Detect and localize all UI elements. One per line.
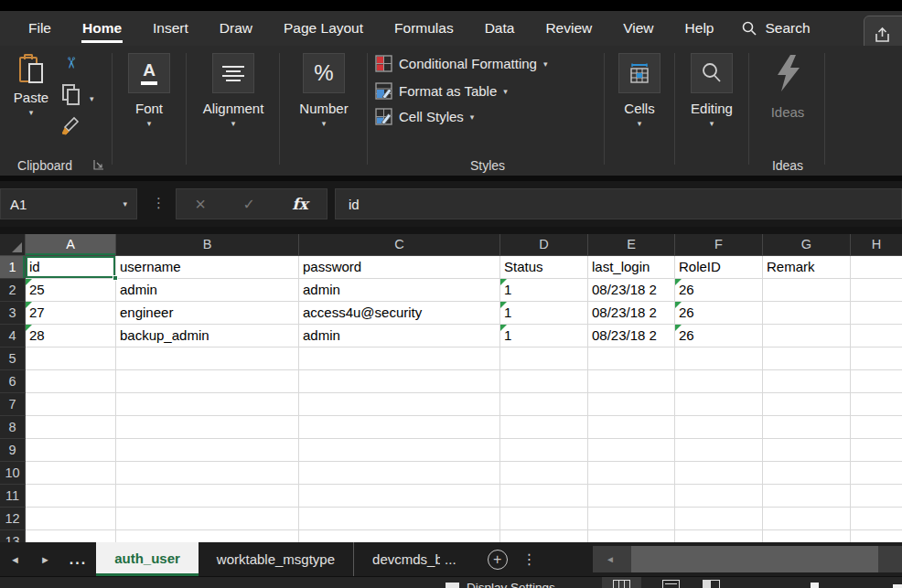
accept-icon[interactable]: ✓ (242, 196, 254, 213)
menu-tab-file[interactable]: File (13, 11, 67, 46)
cell-F13[interactable] (675, 530, 763, 542)
normal-view-button[interactable] (602, 577, 641, 588)
cell-D12[interactable] (500, 508, 588, 530)
cell-G5[interactable] (763, 347, 851, 370)
cell-B10[interactable] (116, 462, 299, 485)
cell-A11[interactable] (26, 485, 116, 508)
cell-H12[interactable] (851, 508, 902, 530)
column-header-F[interactable]: F (675, 234, 763, 256)
cell-E6[interactable] (588, 370, 675, 393)
row-header-3[interactable]: 3 (0, 302, 26, 325)
cell-E10[interactable] (588, 462, 675, 485)
cell-E9[interactable] (588, 439, 675, 462)
cell-A9[interactable] (26, 439, 116, 462)
cell-F11[interactable] (675, 485, 763, 508)
menu-tab-help[interactable]: Help (670, 11, 730, 46)
row-header-7[interactable]: 7 (0, 393, 26, 416)
cell-E1[interactable]: last_login (588, 256, 675, 279)
cell-D8[interactable] (500, 416, 588, 439)
menu-tab-insert[interactable]: Insert (137, 11, 204, 46)
cell-G13[interactable] (763, 530, 851, 542)
search-box[interactable]: Search (729, 11, 822, 46)
sheet-tab-worktable_msgtype[interactable]: worktable_msgtype (199, 542, 353, 576)
cell-H2[interactable] (851, 279, 902, 302)
cell-H9[interactable] (851, 439, 902, 462)
cell-G2[interactable] (763, 279, 851, 302)
cell-A10[interactable] (26, 462, 116, 485)
cell-H1[interactable] (851, 256, 902, 279)
cell-C7[interactable] (299, 393, 500, 416)
column-header-B[interactable]: B (116, 234, 299, 256)
row-header-12[interactable]: 12 (0, 508, 26, 530)
menu-tab-page-layout[interactable]: Page Layout (268, 11, 379, 46)
cell-D13[interactable] (500, 530, 588, 542)
cell-G10[interactable] (763, 462, 851, 485)
cell-C9[interactable] (299, 439, 500, 462)
row-header-9[interactable]: 9 (0, 439, 26, 462)
cell-B9[interactable] (116, 439, 299, 462)
row-header-2[interactable]: 2 (0, 279, 26, 302)
sheet-tab-devcmds_ba[interactable]: devcmds_ba... (353, 542, 475, 576)
cut-icon[interactable]: ✂ (61, 56, 81, 69)
cell-F10[interactable] (675, 462, 763, 485)
cell-G11[interactable] (763, 485, 851, 508)
cell-E12[interactable] (588, 508, 675, 530)
cell-H7[interactable] (851, 393, 902, 416)
cell-A13[interactable] (26, 530, 116, 542)
insert-function-icon[interactable]: fx (292, 195, 307, 213)
cell-D10[interactable] (500, 462, 588, 485)
column-header-C[interactable]: C (299, 234, 500, 256)
cell-H13[interactable] (851, 530, 902, 542)
cell-C13[interactable] (299, 530, 500, 542)
cancel-icon[interactable]: × (195, 194, 206, 215)
cell-E13[interactable] (588, 530, 675, 542)
cell-A2[interactable]: 25 (26, 279, 116, 302)
sheet-menu-icon[interactable]: ⋮ (522, 551, 537, 568)
cell-D9[interactable] (500, 439, 588, 462)
cell-E5[interactable] (588, 347, 675, 370)
cell-D5[interactable] (500, 347, 588, 370)
row-header-5[interactable]: 5 (0, 347, 26, 370)
horizontal-scrollbar[interactable]: ◄ (593, 546, 902, 572)
cell-E11[interactable] (588, 485, 675, 508)
sheet-nav-left-icon[interactable]: ◄ (0, 542, 30, 576)
cell-C10[interactable] (299, 462, 500, 485)
page-break-view-button[interactable] (692, 577, 731, 588)
alignment-group-button[interactable]: Alignment ▾ (192, 53, 274, 128)
cell-B8[interactable] (116, 416, 299, 439)
menu-tab-draw[interactable]: Draw (204, 11, 268, 46)
menu-tab-data[interactable]: Data (469, 11, 531, 46)
cell-E8[interactable] (588, 416, 675, 439)
cell-B7[interactable] (116, 393, 299, 416)
cell-D11[interactable] (500, 485, 588, 508)
editing-group-button[interactable]: Editing ▾ (679, 53, 745, 128)
sheet-nav-right-icon[interactable]: ► (30, 542, 60, 576)
cell-F8[interactable] (675, 416, 763, 439)
column-header-G[interactable]: G (763, 234, 851, 256)
row-header-1[interactable]: 1 (0, 256, 26, 279)
cell-A3[interactable]: 27 (26, 302, 116, 325)
cell-E2[interactable]: 08/23/18 2 (588, 279, 675, 302)
cell-G6[interactable] (763, 370, 851, 393)
cell-C2[interactable]: admin (299, 279, 500, 302)
cell-H3[interactable] (851, 302, 902, 325)
display-settings-label[interactable]: Display Settings (467, 581, 555, 588)
clipboard-dialog-launcher-icon[interactable] (93, 159, 104, 170)
cell-E4[interactable]: 08/23/18 2 (588, 325, 675, 347)
cell-C5[interactable] (299, 347, 500, 370)
menu-tab-formulas[interactable]: Formulas (379, 11, 469, 46)
format-painter-icon[interactable] (62, 115, 84, 135)
row-header-8[interactable]: 8 (0, 416, 26, 439)
fill-handle[interactable] (113, 275, 118, 281)
cell-D2[interactable]: 1 (500, 279, 588, 302)
cell-H6[interactable] (851, 370, 902, 393)
cell-B12[interactable] (116, 508, 299, 530)
column-header-E[interactable]: E (588, 234, 675, 256)
paste-button[interactable]: Paste ▾ (7, 53, 55, 117)
cell-styles-button[interactable]: Cell Styles ▾ (375, 108, 474, 125)
cell-G12[interactable] (763, 508, 851, 530)
row-header-10[interactable]: 10 (0, 462, 26, 485)
cell-C8[interactable] (299, 416, 500, 439)
cell-B13[interactable] (116, 530, 299, 542)
cell-F4[interactable]: 26 (675, 325, 763, 347)
